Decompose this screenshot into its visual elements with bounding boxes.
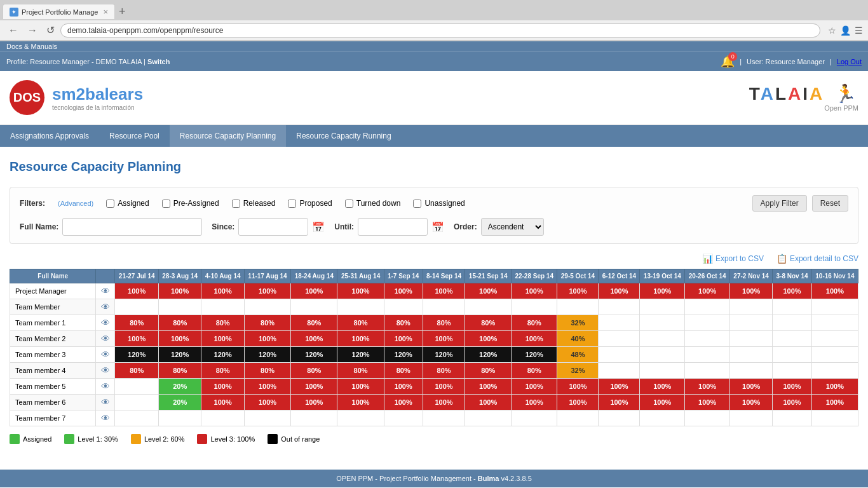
table-row: Team Member👁 — [10, 299, 858, 315]
released-checkbox[interactable] — [232, 200, 240, 208]
talaia-logo: TALAIA 🏃 — [749, 83, 858, 104]
capacity-cell: 80% — [115, 315, 158, 331]
notification-bell[interactable]: 🔔 0 — [721, 55, 735, 69]
icon-cell[interactable]: 👁 — [96, 379, 115, 395]
since-calendar-icon[interactable]: 📅 — [312, 221, 325, 233]
sm2-logo: sm2balears tecnologias de la información — [52, 85, 143, 111]
docs-link[interactable]: Docs & Manuals — [6, 43, 57, 50]
capacity-cell — [773, 315, 812, 331]
nav-capacity-planning[interactable]: Resource Capacity Planning — [170, 125, 286, 147]
assigned-checkbox[interactable] — [106, 200, 114, 208]
capacity-cell: 100% — [423, 379, 465, 395]
reset-filter-button[interactable]: Reset — [812, 195, 848, 212]
capacity-cell — [730, 363, 773, 379]
refresh-button[interactable]: ↺ — [43, 23, 58, 37]
col-22sep: 22-28 Sep 14 — [511, 269, 557, 283]
logout-link[interactable]: Log Out — [837, 58, 862, 65]
forward-button[interactable]: → — [24, 24, 41, 37]
capacity-cell: 20% — [158, 379, 201, 395]
profile-text: Profile: Resource Manager - DEMO TALAIA — [6, 58, 142, 65]
talaia-a2: A — [788, 84, 803, 104]
eye-icon[interactable]: 👁 — [101, 349, 110, 360]
col-25aug: 25-31 Aug 14 — [337, 269, 384, 283]
capacity-cell: 100% — [291, 283, 337, 299]
export-csv-link[interactable]: 📊 Export to CSV — [702, 254, 764, 264]
capacity-cell — [640, 347, 685, 363]
menu-icon[interactable]: ☰ — [855, 25, 863, 36]
icon-cell[interactable]: 👁 — [96, 395, 115, 410]
checkbox-preassigned: Pre-Assigned — [162, 199, 219, 208]
capacity-cell: 100% — [773, 379, 812, 395]
capacity-cell: 48% — [557, 347, 599, 363]
capacity-cell: 100% — [337, 379, 384, 395]
capacity-cell: 100% — [384, 331, 423, 347]
tab-close-button[interactable]: × — [103, 7, 108, 17]
order-select[interactable]: Ascendent Descendent — [481, 218, 544, 236]
capacity-cell: 80% — [511, 363, 557, 379]
eye-icon[interactable]: 👁 — [101, 318, 110, 328]
active-tab[interactable]: ✦ Project Portfolio Manage × — [3, 4, 115, 19]
icon-cell[interactable]: 👁 — [96, 331, 115, 347]
capacity-cell: 80% — [115, 363, 158, 379]
icon-cell[interactable]: 👁 — [96, 283, 115, 299]
nav-assignations[interactable]: Assignations Approvals — [0, 125, 99, 147]
since-input[interactable] — [238, 218, 308, 236]
icon-cell[interactable]: 👁 — [96, 347, 115, 363]
checkbox-released: Released — [232, 199, 276, 208]
filters-box: Filters: (Advanced) Assigned Pre-Assigne… — [10, 187, 858, 244]
capacity-cell — [773, 347, 812, 363]
eye-icon[interactable]: 👁 — [101, 334, 110, 344]
advanced-filter-link[interactable]: (Advanced) — [58, 200, 93, 207]
capacity-cell: 80% — [201, 315, 244, 331]
address-bar[interactable]: demo.talaia-openppm.com/openppm/resource — [60, 24, 820, 37]
legend-out: Out of range — [268, 434, 320, 444]
profile-icon[interactable]: 👤 — [840, 25, 851, 36]
capacity-cell: 80% — [158, 315, 201, 331]
capacity-cell: 100% — [640, 379, 685, 395]
eye-icon[interactable]: 👁 — [101, 365, 110, 376]
turneddown-checkbox[interactable] — [345, 200, 353, 208]
capacity-cell: 32% — [557, 363, 599, 379]
capacity-cell — [599, 331, 640, 347]
eye-icon[interactable]: 👁 — [101, 286, 110, 296]
switch-link[interactable]: Switch — [147, 58, 170, 65]
capacity-cell — [599, 410, 640, 426]
until-input[interactable] — [358, 218, 428, 236]
capacity-table: Full Name 21-27 Jul 14 28-3 Aug 14 4-10 … — [10, 269, 858, 426]
icon-cell[interactable]: 👁 — [96, 363, 115, 379]
preassigned-checkbox[interactable] — [162, 200, 170, 208]
col-4aug: 4-10 Aug 14 — [201, 269, 244, 283]
bookmark-icon[interactable]: ☆ — [828, 25, 836, 36]
capacity-cell — [685, 363, 730, 379]
capacity-cell: 100% — [291, 331, 337, 347]
capacity-cell: 120% — [291, 347, 337, 363]
proposed-checkbox[interactable] — [288, 200, 296, 208]
eye-icon[interactable]: 👁 — [101, 413, 110, 423]
icon-cell[interactable]: 👁 — [96, 315, 115, 331]
capacity-cell — [384, 410, 423, 426]
capacity-cell: 120% — [244, 347, 290, 363]
nav-resource-pool[interactable]: Resource Pool — [99, 125, 170, 147]
capacity-cell — [115, 299, 158, 315]
eye-icon[interactable]: 👁 — [101, 302, 110, 312]
new-tab-button[interactable]: + — [115, 5, 130, 18]
capacity-cell: 100% — [465, 331, 512, 347]
capacity-cell — [465, 410, 512, 426]
capacity-cell: 100% — [557, 379, 599, 395]
apply-filter-button[interactable]: Apply Filter — [752, 195, 807, 212]
capacity-cell — [811, 347, 858, 363]
back-button[interactable]: ← — [5, 24, 22, 37]
icon-cell[interactable]: 👁 — [96, 299, 115, 315]
capacity-cell: 100% — [599, 395, 640, 410]
unassigned-checkbox[interactable] — [413, 200, 421, 208]
until-calendar-icon[interactable]: 📅 — [431, 221, 444, 233]
fullname-input[interactable] — [62, 218, 202, 236]
capacity-cell — [685, 299, 730, 315]
export-detail-link[interactable]: 📋 Export detail to CSV — [776, 254, 858, 264]
nav-capacity-running[interactable]: Resource Capacity Running — [286, 125, 401, 147]
icon-cell[interactable]: 👁 — [96, 410, 115, 426]
eye-icon[interactable]: 👁 — [101, 381, 110, 391]
capacity-cell: 100% — [511, 395, 557, 410]
capacity-cell — [115, 410, 158, 426]
eye-icon[interactable]: 👁 — [101, 397, 110, 407]
